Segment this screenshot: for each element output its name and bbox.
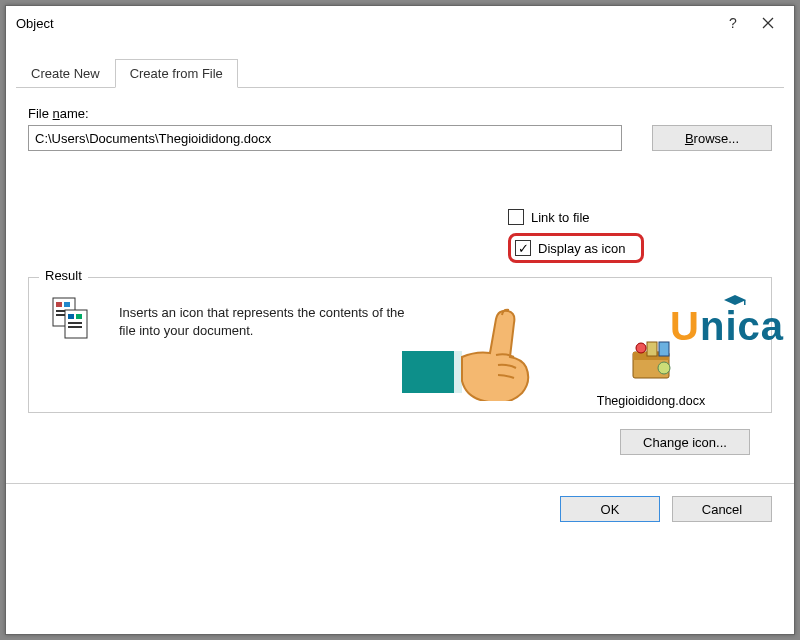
file-name-input[interactable] [28,125,622,151]
result-legend: Result [39,268,88,283]
svg-rect-9 [76,314,82,319]
change-icon-button[interactable]: Change icon... [620,429,750,455]
tab-create-from-file[interactable]: Create from File [115,59,238,88]
checkbox-icon [508,209,524,225]
object-dialog: Object ? Create New Create from File Fil… [5,5,795,635]
close-button[interactable] [748,8,788,38]
link-to-file-checkbox[interactable]: Link to file [508,209,772,225]
display-as-icon-highlight: Display as icon [508,233,644,263]
svg-rect-8 [68,314,74,319]
svg-rect-16 [659,342,669,356]
svg-rect-4 [64,302,70,307]
dialog-title: Object [16,16,54,31]
dialog-footer: OK Cancel [6,483,794,534]
cancel-button[interactable]: Cancel [672,496,772,522]
browse-button[interactable]: Browse... [652,125,772,151]
package-icon [625,336,677,384]
result-description: Inserts an icon that represents the cont… [119,294,409,339]
help-button[interactable]: ? [718,15,748,31]
close-icon [762,17,774,29]
checkbox-checked-icon [515,240,531,256]
svg-point-17 [658,362,670,374]
svg-point-15 [636,343,646,353]
document-pair-icon [47,294,95,342]
tabs: Create New Create from File [16,58,784,88]
result-group: Result Inserts an icon that represents t… [28,277,772,413]
titlebar: Object ? [6,6,794,40]
svg-rect-11 [68,326,82,328]
icon-preview: Thegioididong.docx [591,336,711,408]
file-name-label: File name: [28,106,772,121]
preview-filename: Thegioididong.docx [591,394,711,408]
svg-rect-10 [68,322,82,324]
ok-button[interactable]: OK [560,496,660,522]
display-as-icon-checkbox[interactable]: Display as icon [515,240,625,256]
svg-rect-3 [56,302,62,307]
tab-create-new[interactable]: Create New [16,59,115,88]
svg-rect-14 [647,342,657,356]
